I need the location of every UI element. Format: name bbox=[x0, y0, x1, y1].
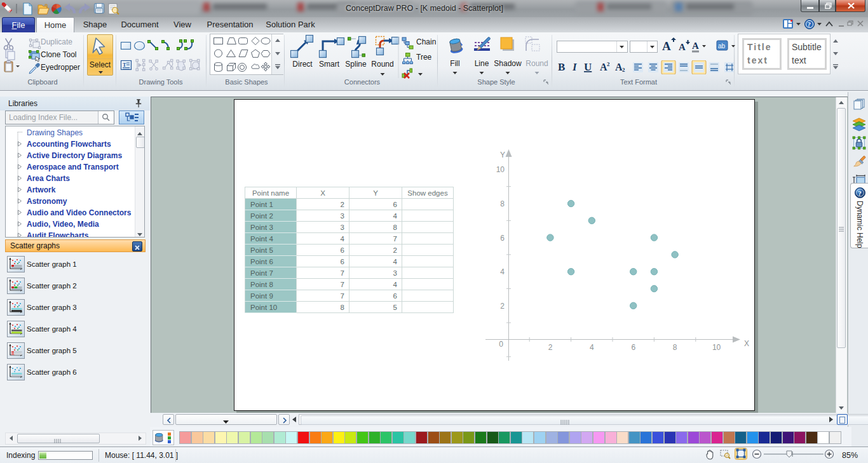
svg-text:X: X bbox=[744, 339, 749, 348]
svg-text:4: 4 bbox=[500, 267, 505, 276]
svg-text:2: 2 bbox=[548, 343, 553, 352]
svg-text:?: ? bbox=[808, 20, 811, 28]
svg-text:Y: Y bbox=[500, 151, 505, 159]
svg-text:85%: 85% bbox=[842, 451, 858, 460]
svg-text:A: A bbox=[679, 42, 686, 52]
svg-text:8: 8 bbox=[673, 343, 677, 352]
svg-text:Line: Line bbox=[475, 59, 489, 68]
svg-text:A: A bbox=[662, 39, 671, 53]
svg-text:I: I bbox=[572, 61, 578, 73]
svg-text:B: B bbox=[558, 61, 565, 73]
svg-text:Tree: Tree bbox=[416, 53, 432, 62]
svg-text:Smart: Smart bbox=[319, 60, 340, 69]
svg-text:Round: Round bbox=[371, 60, 393, 69]
svg-text:?: ? bbox=[858, 189, 862, 197]
svg-text:T: T bbox=[123, 62, 126, 68]
svg-text:2: 2 bbox=[622, 67, 625, 73]
svg-text:6: 6 bbox=[631, 343, 635, 352]
svg-text:4: 4 bbox=[590, 343, 594, 352]
svg-text:10: 10 bbox=[712, 343, 721, 352]
svg-text:2: 2 bbox=[607, 61, 610, 67]
svg-text:Spline: Spline bbox=[345, 60, 367, 69]
svg-text:6: 6 bbox=[500, 234, 505, 243]
svg-text:10: 10 bbox=[496, 165, 505, 174]
svg-text:Round: Round bbox=[526, 59, 548, 68]
svg-text:Chain: Chain bbox=[416, 37, 436, 46]
svg-text:A: A bbox=[692, 41, 699, 51]
svg-text:8: 8 bbox=[500, 199, 505, 208]
svg-text:ab: ab bbox=[718, 43, 726, 50]
svg-text:0: 0 bbox=[499, 340, 503, 349]
svg-text:U: U bbox=[584, 61, 592, 73]
svg-text:Fill: Fill bbox=[450, 59, 459, 68]
svg-text:Direct: Direct bbox=[292, 60, 313, 69]
svg-text:Shadow: Shadow bbox=[494, 59, 522, 68]
svg-text:2: 2 bbox=[500, 302, 505, 311]
